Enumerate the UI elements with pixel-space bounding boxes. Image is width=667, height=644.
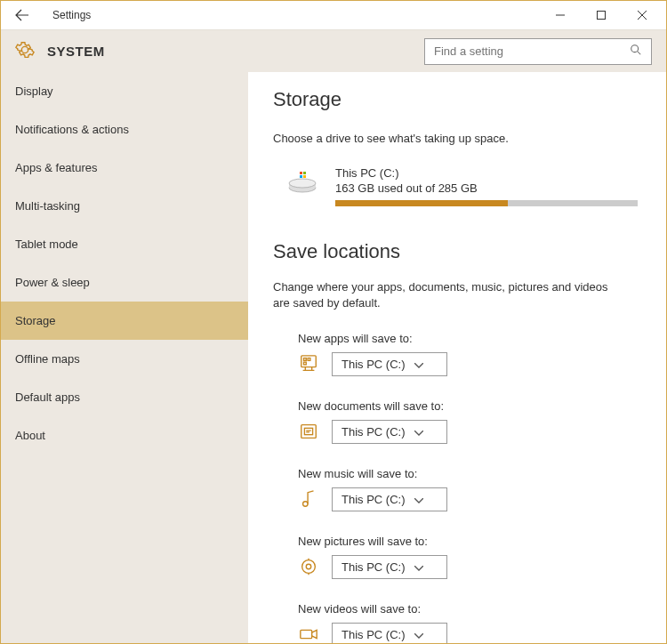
save-select-videos-value: This PC (C:) xyxy=(342,628,406,641)
search-box[interactable] xyxy=(424,38,652,65)
drive-bar xyxy=(335,200,638,206)
apps-icon xyxy=(298,353,319,374)
save-select-music-value: This PC (C:) xyxy=(342,493,406,506)
sidebar-item-display[interactable]: Display xyxy=(1,72,248,110)
save-select-pictures[interactable]: This PC (C:) xyxy=(332,555,447,579)
chevron-down-icon xyxy=(414,358,423,371)
svg-rect-13 xyxy=(301,425,317,439)
content: Storage Choose a drive to see what's tak… xyxy=(248,72,666,643)
save-locations-subtext: Change where your apps, documents, music… xyxy=(273,279,623,311)
svg-rect-18 xyxy=(301,630,312,638)
chevron-down-icon xyxy=(414,628,423,641)
save-select-apps-value: This PC (C:) xyxy=(342,358,406,371)
save-select-videos[interactable]: This PC (C:) xyxy=(332,623,447,643)
sidebar: Display Notifications & actions Apps & f… xyxy=(1,72,248,643)
svg-rect-7 xyxy=(300,175,302,178)
svg-rect-0 xyxy=(598,12,606,20)
svg-rect-10 xyxy=(304,358,307,361)
svg-rect-9 xyxy=(301,356,317,367)
save-label-videos: New videos will save to: xyxy=(298,602,623,616)
save-row-apps: New apps will save to: This PC (C:) xyxy=(298,332,623,376)
header-title: SYSTEM xyxy=(47,44,105,59)
drive-icon xyxy=(287,170,317,197)
sidebar-item-default-apps[interactable]: Default apps xyxy=(1,378,248,416)
maximize-button[interactable] xyxy=(581,1,622,29)
pictures-icon xyxy=(298,556,319,577)
svg-point-1 xyxy=(631,44,639,52)
save-select-pictures-value: This PC (C:) xyxy=(342,560,406,574)
sidebar-item-apps[interactable]: Apps & features xyxy=(1,149,248,187)
svg-rect-12 xyxy=(304,362,307,365)
search-input[interactable] xyxy=(434,44,630,58)
storage-subtext: Choose a drive to see what's taking up s… xyxy=(273,131,623,147)
save-select-music[interactable]: This PC (C:) xyxy=(332,487,447,511)
save-label-music: New music will save to: xyxy=(298,467,623,480)
save-label-apps: New apps will save to: xyxy=(298,332,623,345)
save-row-documents: New documents will save to: This PC (C:) xyxy=(298,399,623,444)
drive-bar-fill xyxy=(335,200,508,206)
music-icon xyxy=(298,488,319,510)
drive-name: This PC (C:) xyxy=(335,166,638,180)
svg-point-17 xyxy=(306,564,311,569)
sidebar-item-tablet[interactable]: Tablet mode xyxy=(1,225,248,263)
titlebar: Settings xyxy=(1,1,666,29)
svg-rect-6 xyxy=(303,172,306,174)
save-locations-title: Save locations xyxy=(273,240,623,263)
window-title: Settings xyxy=(52,9,91,21)
svg-rect-11 xyxy=(308,358,310,361)
chevron-down-icon xyxy=(414,493,423,506)
sidebar-item-multitasking[interactable]: Multi-tasking xyxy=(1,187,248,225)
save-row-videos: New videos will save to: This PC (C:) xyxy=(298,602,623,643)
sidebar-item-power[interactable]: Power & sleep xyxy=(1,263,248,302)
gear-icon xyxy=(15,40,35,63)
page-title: Storage xyxy=(273,88,623,111)
svg-rect-8 xyxy=(303,175,306,178)
drive-usage: 163 GB used out of 285 GB xyxy=(335,181,638,195)
videos-icon xyxy=(298,624,319,643)
save-select-apps[interactable]: This PC (C:) xyxy=(332,352,447,376)
svg-point-4 xyxy=(289,179,316,188)
sidebar-item-notifications[interactable]: Notifications & actions xyxy=(1,110,248,149)
minimize-button[interactable] xyxy=(540,1,581,29)
documents-icon xyxy=(298,421,319,442)
save-row-music: New music will save to: This PC (C:) xyxy=(298,467,623,511)
save-label-pictures: New pictures will save to: xyxy=(298,535,623,548)
close-button[interactable] xyxy=(622,1,663,29)
save-select-documents[interactable]: This PC (C:) xyxy=(332,420,447,444)
header: SYSTEM xyxy=(1,29,666,72)
drive-row[interactable]: This PC (C:) 163 GB used out of 285 GB xyxy=(287,166,623,206)
search-icon xyxy=(630,44,642,60)
svg-rect-5 xyxy=(300,172,302,174)
chevron-down-icon xyxy=(414,560,423,574)
back-button[interactable] xyxy=(4,1,40,29)
save-label-documents: New documents will save to: xyxy=(298,399,623,413)
chevron-down-icon xyxy=(414,425,423,439)
svg-point-16 xyxy=(302,560,316,574)
sidebar-item-storage[interactable]: Storage xyxy=(1,302,248,340)
sidebar-item-offline-maps[interactable]: Offline maps xyxy=(1,340,248,378)
save-select-documents-value: This PC (C:) xyxy=(342,425,406,439)
sidebar-item-about[interactable]: About xyxy=(1,416,248,455)
svg-rect-14 xyxy=(304,428,312,434)
svg-point-15 xyxy=(303,502,309,507)
save-row-pictures: New pictures will save to: This PC (C:) xyxy=(298,535,623,579)
